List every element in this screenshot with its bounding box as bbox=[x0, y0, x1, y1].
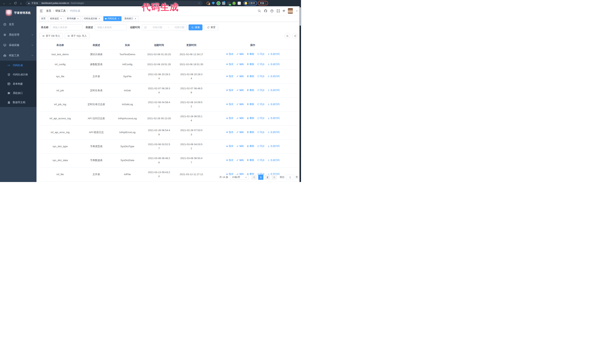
kebab-menu-icon[interactable] bbox=[265, 2, 266, 4]
puzzle-extension-icon[interactable] bbox=[238, 2, 241, 5]
download-action-link[interactable]: 生成代码 bbox=[268, 88, 280, 92]
close-icon[interactable]: × bbox=[77, 17, 79, 20]
sync-action-link[interactable]: 同步 bbox=[257, 88, 265, 92]
edit-action-link[interactable]: 编辑 bbox=[236, 52, 244, 56]
dark-on-extension-icon[interactable]: on bbox=[227, 2, 230, 5]
delete-action-link[interactable]: 删除 bbox=[247, 158, 254, 162]
browser-home-icon[interactable]: ⌂ bbox=[19, 1, 23, 6]
delete-action-link[interactable]: 删除 bbox=[247, 88, 254, 92]
db-import-button[interactable]: 基于 DB 导入 bbox=[39, 33, 63, 39]
edit-action-link[interactable]: 编辑 bbox=[236, 130, 244, 134]
download-action-link[interactable]: 生成代码 bbox=[268, 52, 280, 56]
delete-action-link[interactable]: 删除 bbox=[247, 102, 254, 106]
sync-action-link[interactable]: 同步 bbox=[257, 144, 265, 148]
browser-reload-icon[interactable] bbox=[13, 1, 18, 6]
sidebar-item-system-management[interactable]: 系统管理 bbox=[0, 30, 36, 40]
edit-action-link[interactable]: 编辑 bbox=[236, 62, 244, 66]
download-action-link[interactable]: 生成代码 bbox=[268, 74, 280, 78]
tab-home[interactable]: 首页 bbox=[39, 16, 47, 21]
edit-action-link[interactable]: 编辑 bbox=[236, 144, 244, 148]
delete-action-link[interactable]: 删除 bbox=[247, 116, 254, 120]
update-badge[interactable]: 更新 bbox=[258, 1, 268, 5]
fullscreen-icon[interactable] bbox=[277, 9, 280, 13]
logo-link[interactable]: 芋道管理系统 bbox=[0, 6, 36, 19]
close-icon[interactable]: × bbox=[60, 17, 62, 20]
delete-action-link[interactable]: 删除 bbox=[247, 62, 254, 66]
sidebar-item-codegen[interactable]: 代码生成 bbox=[0, 61, 36, 70]
eye-action-link[interactable]: 预览 bbox=[226, 74, 233, 78]
close-icon[interactable]: × bbox=[98, 17, 101, 20]
scrollbar-thumb[interactable] bbox=[300, 7, 301, 26]
delete-action-link[interactable]: 删除 bbox=[247, 52, 254, 56]
edit-action-link[interactable]: 编辑 bbox=[236, 88, 244, 92]
github-icon[interactable] bbox=[264, 9, 267, 13]
page-button-2[interactable]: 2 bbox=[265, 175, 270, 180]
download-action-link[interactable]: 生成代码 bbox=[268, 130, 280, 134]
search-icon[interactable] bbox=[258, 9, 261, 13]
next-page-button[interactable] bbox=[271, 175, 277, 180]
tab-tracing[interactable]: 链路追踪× bbox=[48, 16, 64, 21]
page-button-1[interactable]: 1 bbox=[258, 175, 263, 180]
toggle-search-button[interactable] bbox=[284, 33, 290, 39]
sync-action-link[interactable]: 同步 bbox=[257, 158, 265, 162]
table-desc-input[interactable]: 请输入表描述 bbox=[95, 24, 127, 30]
browser-forward-icon[interactable]: → bbox=[7, 1, 12, 6]
tab-form-builder[interactable]: 表单构建× bbox=[65, 16, 81, 21]
sync-action-link[interactable]: 同步 bbox=[257, 52, 265, 56]
green-round-extension-icon[interactable] bbox=[232, 2, 236, 5]
browser-back-icon[interactable]: ← bbox=[2, 1, 7, 6]
download-action-link[interactable]: 生成代码 bbox=[268, 158, 280, 162]
reset-button[interactable]: 重置 bbox=[204, 24, 218, 30]
edit-action-link[interactable]: 编辑 bbox=[236, 102, 244, 106]
delete-action-link[interactable]: 删除 bbox=[247, 130, 254, 134]
search-button[interactable]: 搜索 bbox=[189, 24, 203, 30]
eye-action-link[interactable]: 预览 bbox=[226, 88, 233, 92]
sync-action-link[interactable]: 同步 bbox=[257, 116, 265, 120]
gray-grid-extension-icon[interactable] bbox=[222, 2, 225, 5]
sidebar-item-form-builder[interactable]: 表单构建 bbox=[0, 79, 36, 89]
eye-action-link[interactable]: 预览 bbox=[226, 144, 233, 148]
sidebar-item-home[interactable]: 首页 bbox=[0, 19, 36, 30]
sidebar-item-dev-tools[interactable]: 研发工具 bbox=[0, 50, 36, 61]
avatar[interactable] bbox=[288, 8, 293, 14]
download-action-link[interactable]: 生成代码 bbox=[268, 144, 280, 148]
eye-action-link[interactable]: 预览 bbox=[226, 102, 233, 106]
eye-action-link[interactable]: 预览 bbox=[226, 52, 233, 56]
hamburger-icon[interactable] bbox=[39, 9, 43, 13]
eye-action-link[interactable]: 预览 bbox=[226, 116, 233, 120]
goto-page-input[interactable]: 1 bbox=[286, 175, 294, 180]
bookmark-star-icon[interactable]: ☆ bbox=[198, 2, 200, 5]
sql-import-button[interactable]: 基于 SQL 导入 bbox=[65, 33, 89, 39]
sync-action-link[interactable]: 同步 bbox=[257, 130, 265, 134]
refresh-table-button[interactable] bbox=[292, 33, 298, 39]
blue-gem-extension-icon[interactable] bbox=[212, 2, 215, 5]
font-size-icon[interactable]: tT bbox=[283, 10, 285, 12]
close-icon[interactable]: × bbox=[134, 17, 137, 20]
help-icon[interactable] bbox=[270, 9, 274, 13]
sidebar-item-db-doc[interactable]: 数据库文档 bbox=[0, 98, 36, 107]
sidebar-item-codegen-example[interactable]: 代码生成示例 bbox=[0, 70, 36, 79]
download-action-link[interactable]: 生成代码 bbox=[268, 102, 280, 106]
sidebar-item-system-api[interactable]: 系统接口 bbox=[0, 89, 36, 98]
green-check-extension-icon[interactable]: ✓ bbox=[217, 2, 220, 5]
chevron-down-icon[interactable] bbox=[296, 10, 298, 12]
tab-codegen[interactable]: 代码生成× bbox=[103, 16, 121, 21]
sync-action-link[interactable]: 同步 bbox=[257, 102, 265, 106]
edit-action-link[interactable]: 编辑 bbox=[236, 158, 244, 162]
edit-action-link[interactable]: 编辑 bbox=[236, 116, 244, 120]
page-size-select[interactable]: 10条/页 bbox=[230, 175, 248, 180]
close-icon[interactable]: × bbox=[117, 17, 120, 20]
delete-action-link[interactable]: 删除 bbox=[247, 74, 254, 78]
tab-system-api[interactable]: 系统接口× bbox=[123, 16, 138, 21]
breadcrumb-item[interactable]: 研发工具 bbox=[55, 9, 66, 13]
download-action-link[interactable]: 生成代码 bbox=[268, 62, 280, 66]
eye-action-link[interactable]: 预览 bbox=[226, 130, 233, 134]
prev-page-button[interactable] bbox=[252, 175, 257, 180]
sync-action-link[interactable]: 同步 bbox=[257, 62, 265, 66]
download-action-link[interactable]: 生成代码 bbox=[268, 116, 280, 120]
orange-ring-extension-icon[interactable] bbox=[206, 2, 210, 5]
eye-action-link[interactable]: 预览 bbox=[226, 158, 233, 162]
delete-action-link[interactable]: 删除 bbox=[247, 144, 254, 148]
sync-action-link[interactable]: 同步 bbox=[257, 74, 265, 78]
sidebar-item-infrastructure[interactable]: 基础设施 bbox=[0, 40, 36, 50]
